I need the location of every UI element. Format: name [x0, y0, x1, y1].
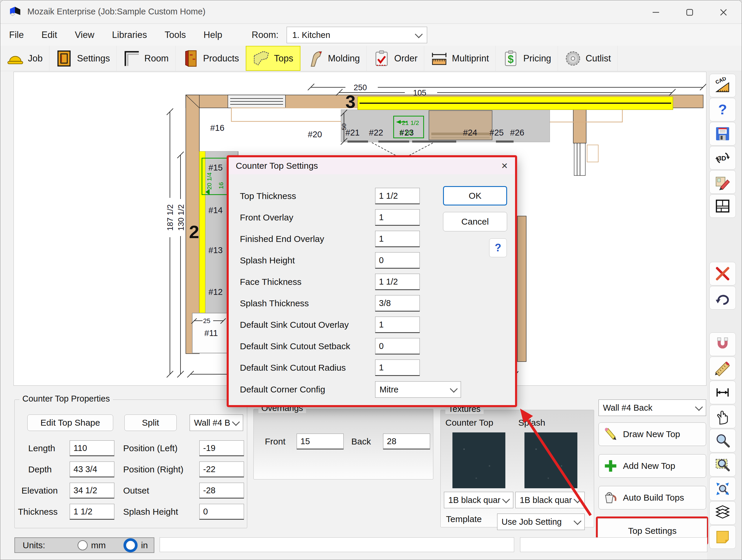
- draw-new-top-button[interactable]: Draw New Top: [598, 423, 706, 446]
- undo-button[interactable]: [709, 286, 736, 310]
- pan-hand-button[interactable]: [709, 405, 736, 428]
- counter-top-texture-select[interactable]: 1B black quartz: [444, 492, 513, 508]
- splash-height-input[interactable]: [375, 252, 420, 269]
- face-thickness-input[interactable]: [375, 274, 420, 290]
- sink-cutout-setback-input[interactable]: [375, 338, 420, 354]
- selected-top-3[interactable]: 3: [346, 92, 673, 112]
- position-left-input[interactable]: [199, 440, 244, 456]
- svg-text:3D: 3D: [718, 155, 726, 162]
- elevation-edit-button[interactable]: [709, 170, 736, 194]
- toolbar-molding-button[interactable]: Molding: [301, 46, 367, 71]
- toolbar-room-button[interactable]: Room: [117, 46, 175, 71]
- splash-thickness-input[interactable]: [375, 295, 420, 312]
- save-button[interactable]: [709, 122, 736, 146]
- measure-edit-button[interactable]: [709, 356, 736, 380]
- dialog-title-bar[interactable]: Counter Top Settings ✕: [229, 157, 515, 174]
- sink-cutout-overlay-input[interactable]: [375, 317, 420, 333]
- toolbar-cutlist-button[interactable]: Cutlist: [558, 46, 618, 71]
- units-in-radio[interactable]: [123, 538, 138, 552]
- green-dim-3: 20 1/4: [206, 172, 213, 189]
- counter-top-texture-swatch[interactable]: [453, 433, 506, 488]
- room-select[interactable]: 1. Kitchen: [286, 27, 427, 43]
- zoom-window-button[interactable]: [709, 453, 736, 477]
- top-thickness-input[interactable]: [375, 188, 420, 204]
- countertop-icon: [253, 50, 270, 67]
- add-new-top-button[interactable]: Add New Top: [598, 454, 706, 478]
- overhang-back-label: Back: [351, 434, 371, 449]
- undo-arrow-icon: [714, 289, 731, 306]
- depth-input[interactable]: [70, 461, 114, 478]
- menu-view[interactable]: View: [66, 24, 103, 46]
- cancel-button[interactable]: Cancel: [443, 212, 507, 231]
- close-button[interactable]: [710, 4, 737, 20]
- zoom-extents-button[interactable]: [709, 477, 736, 501]
- actions-wall-select[interactable]: Wall #4 Back: [598, 399, 706, 416]
- sink-cutout-radius-input[interactable]: [375, 359, 420, 376]
- toolbar-settings-button[interactable]: Settings: [49, 46, 117, 71]
- front-overlay-input[interactable]: [375, 209, 420, 226]
- menu-edit[interactable]: Edit: [33, 24, 66, 46]
- finished-end-overlay-input[interactable]: [375, 231, 420, 247]
- minimize-button[interactable]: [643, 4, 669, 20]
- toolbar-multiprint-button[interactable]: Multiprint: [424, 46, 496, 71]
- toolbar-job-button[interactable]: Job: [0, 46, 49, 71]
- outset-input[interactable]: [199, 483, 244, 499]
- dim-130: 130 1/2: [177, 204, 186, 231]
- default-corner-config-select[interactable]: Mitre: [375, 381, 461, 398]
- menu-tools[interactable]: Tools: [156, 24, 195, 46]
- toolbar-products-button[interactable]: Products: [175, 46, 246, 71]
- delete-button[interactable]: [709, 262, 736, 285]
- close-icon: [719, 8, 728, 17]
- dialog-close-icon[interactable]: ✕: [501, 161, 508, 171]
- toolbar-job-label: Job: [28, 53, 43, 64]
- default-corner-config-label: Default Corner Config: [240, 381, 325, 398]
- minimize-icon: [651, 8, 660, 17]
- cad-button[interactable]: CAD: [709, 74, 736, 97]
- toolbar-order-button[interactable]: Order: [367, 46, 424, 71]
- elevation-input[interactable]: [70, 483, 114, 499]
- thickness-input[interactable]: [70, 504, 114, 520]
- splash-texture-swatch[interactable]: [524, 433, 577, 488]
- splash-height-prop-input[interactable]: [199, 504, 244, 520]
- depth-label: Depth: [28, 461, 52, 478]
- help-button[interactable]: ?: [709, 98, 736, 121]
- note-button[interactable]: [709, 525, 736, 549]
- overhang-back-input[interactable]: [383, 434, 430, 449]
- sink-cutout-overlay-label: Default Sink Cutout Overlay: [240, 317, 349, 333]
- label-22: #22: [369, 128, 383, 137]
- cabinet-icon: [182, 50, 199, 67]
- dialog-help-button[interactable]: ?: [489, 238, 507, 257]
- paint-bucket-icon: [603, 490, 618, 505]
- toolbar-pricing-button[interactable]: $ Pricing: [496, 46, 558, 71]
- rotate-3d-button[interactable]: 3D: [709, 146, 736, 170]
- dim-250: 250: [354, 83, 367, 92]
- auto-build-tops-button[interactable]: Auto Build Tops: [598, 486, 706, 509]
- overhang-front-input[interactable]: [297, 434, 343, 449]
- split-button[interactable]: Split: [124, 414, 177, 431]
- maximize-button[interactable]: [677, 4, 703, 20]
- window-title: Mozaik Enterprise (Job:Sample Custom Hom…: [28, 7, 206, 16]
- menu-libraries[interactable]: Libraries: [103, 24, 156, 46]
- label-12: #12: [208, 287, 222, 297]
- zoom-button[interactable]: [709, 429, 736, 452]
- position-right-input[interactable]: [199, 461, 244, 478]
- splash-texture-select[interactable]: 1B black quartz: [515, 492, 585, 508]
- splash-thickness-label: Splash Thickness: [240, 295, 309, 312]
- menu-file[interactable]: File: [0, 24, 33, 46]
- toolbar-tops-button[interactable]: Tops: [246, 46, 300, 71]
- properties-wall-select[interactable]: Wall #4 B: [190, 414, 243, 431]
- template-select[interactable]: Use Job Setting: [497, 513, 585, 530]
- layers-button[interactable]: [709, 501, 736, 525]
- position-right-label: Position (Right): [123, 461, 183, 478]
- svg-text:?: ?: [718, 101, 727, 117]
- length-input[interactable]: [70, 440, 114, 456]
- units-mm-radio[interactable]: [77, 540, 88, 550]
- cabinet-layout-button[interactable]: [709, 194, 736, 218]
- edit-top-shape-button[interactable]: Edit Top Shape: [28, 414, 113, 431]
- toolbar-cutlist-label: Cutlist: [586, 53, 611, 64]
- magnet-snap-button[interactable]: [709, 332, 736, 356]
- menu-help[interactable]: Help: [195, 24, 231, 46]
- texture-splash-label: Splash: [518, 418, 545, 428]
- ok-button[interactable]: OK: [443, 186, 507, 206]
- width-dimension-button[interactable]: [709, 381, 736, 404]
